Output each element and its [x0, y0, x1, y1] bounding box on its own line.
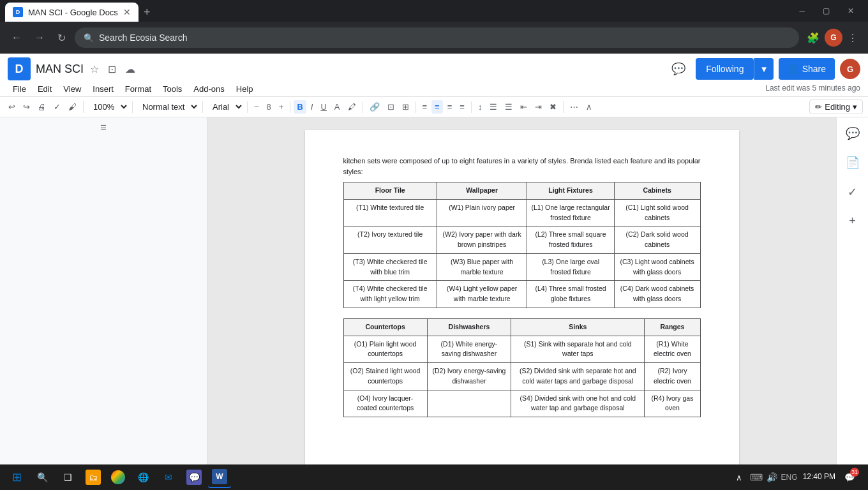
bold-button[interactable]: B [294, 100, 306, 114]
style-select[interactable]: Normal text [136, 100, 199, 114]
taskbar-right: ∧ ⌨ 🔊 ENG 12:40 PM 💬 31 [732, 470, 863, 485]
star-button[interactable]: ☆ [87, 62, 101, 77]
user-avatar[interactable]: G [840, 59, 860, 79]
indent-decrease[interactable]: ⇤ [517, 100, 530, 114]
title-icons: ☆ ⊡ ☁ [87, 62, 138, 77]
share-label: Share [802, 64, 826, 74]
menu-tools[interactable]: Tools [158, 82, 187, 96]
profile-button[interactable]: G [825, 29, 842, 47]
bookmark-button[interactable]: ⊡ [105, 62, 119, 77]
sidebar-docs-button[interactable]: 📄 [842, 152, 864, 174]
more-format-button[interactable]: ⋯ [567, 100, 581, 114]
menu-help[interactable]: Help [231, 82, 258, 96]
link-button[interactable]: 🔗 [366, 100, 383, 114]
table-row: (T3) White checkered tile with blue trim… [343, 253, 700, 281]
back-button[interactable]: ← [8, 29, 26, 46]
share-button[interactable]: 👤 Share [779, 58, 835, 80]
menu-edit[interactable]: Edit [33, 82, 57, 96]
text-color-button[interactable]: A [331, 100, 343, 114]
start-button[interactable]: ⊞ [5, 467, 28, 487]
taskbar-edge-button[interactable]: 🌐 [131, 467, 154, 487]
search-button[interactable]: 🔍 [31, 467, 54, 487]
extensions-button[interactable]: 🧩 [804, 29, 822, 47]
refresh-button[interactable]: ↻ [54, 29, 70, 47]
editing-mode-badge[interactable]: ✏ Editing ▾ [809, 100, 863, 114]
maximize-button[interactable]: ▢ [814, 0, 839, 22]
table-button[interactable]: ⊞ [399, 100, 412, 114]
sidebar-add-button[interactable]: + [845, 211, 860, 232]
intro-paragraph: kitchen sets were composed of up to eigh… [343, 156, 701, 177]
menu-button[interactable]: ⋮ [845, 29, 860, 47]
address-bar[interactable]: 🔍 Search Ecosia Search [75, 27, 799, 48]
redo-button[interactable]: ↪ [20, 100, 33, 114]
table-cell: (L2) Three small square frosted fixtures [527, 226, 614, 254]
menu-insert[interactable]: Insert [87, 82, 119, 96]
active-tab[interactable]: D MAN SCI - Google Docs ✕ [5, 3, 138, 22]
url-text: Search Ecosia Search [99, 33, 790, 43]
taskbar-up-arrow[interactable]: ∧ [732, 470, 746, 485]
forward-button[interactable]: → [31, 29, 49, 46]
font-size-increase[interactable]: + [276, 100, 287, 114]
mail-icon: ✉ [161, 470, 176, 485]
expand-toolbar-button[interactable]: ∧ [583, 100, 595, 114]
paint-format-button[interactable]: 🖌 [65, 100, 80, 114]
taskbar-word-button[interactable]: W [208, 466, 231, 488]
tab-close-button[interactable]: ✕ [123, 7, 131, 17]
font-select[interactable]: Arial [206, 100, 244, 114]
task-view-button[interactable]: ❑ [56, 467, 79, 487]
menu-view[interactable]: View [58, 82, 86, 96]
document-page: kitchen sets were composed of up to eigh… [305, 130, 739, 490]
col-light-fixtures: Light Fixtures [527, 182, 614, 200]
highlight-button[interactable]: 🖍 [345, 100, 359, 114]
menu-file[interactable]: File [8, 82, 31, 96]
search-icon: 🔍 [34, 470, 50, 485]
zoom-select[interactable]: 100% [87, 100, 129, 114]
taskbar-mail-button[interactable]: ✉ [157, 467, 180, 487]
taskbar-chrome-button[interactable] [107, 468, 129, 487]
minimize-button[interactable]: ─ [790, 0, 814, 22]
align-center[interactable]: ≡ [431, 100, 443, 114]
font-size-decrease[interactable]: − [251, 100, 262, 114]
table-cell: (R4) Ivory gas oven [645, 390, 700, 417]
sidebar-check-button[interactable]: ✓ [844, 181, 861, 203]
notification-button[interactable]: 💬 31 [841, 470, 863, 485]
close-button[interactable]: ✕ [839, 0, 863, 22]
notification-count: 31 [850, 468, 859, 477]
comment-history-button[interactable]: 💬 [666, 59, 691, 78]
align-left[interactable]: ≡ [419, 100, 431, 114]
taskbar-system-icons: ∧ ⌨ 🔊 ENG [732, 470, 798, 485]
print-button[interactable]: 🖨 [34, 100, 49, 114]
table-cell: (S2) Divided sink with separate hot and … [511, 363, 645, 390]
underline-button[interactable]: U [317, 100, 329, 114]
menu-addons[interactable]: Add-ons [188, 82, 229, 96]
indent-increase[interactable]: ⇥ [532, 100, 545, 114]
clear-format-button[interactable]: ✖ [546, 100, 560, 114]
col-ranges: Ranges [645, 318, 700, 336]
image-button[interactable]: ⊡ [384, 100, 398, 114]
page-thumbnail: ☰ [100, 124, 107, 132]
menu-format[interactable]: Format [120, 82, 156, 96]
document-title[interactable]: MAN SCI [36, 63, 84, 76]
italic-button[interactable]: I [308, 100, 317, 114]
following-dropdown-button[interactable]: ▼ [754, 58, 773, 80]
undo-button[interactable]: ↩ [5, 100, 19, 114]
doc-scroll-area[interactable]: kitchen sets were composed of up to eigh… [207, 117, 836, 490]
following-button[interactable]: Following [696, 58, 754, 80]
align-right[interactable]: ≡ [444, 100, 456, 114]
taskbar-file-button[interactable]: 🗂 [82, 467, 105, 487]
line-spacing-button[interactable]: ↕ [475, 100, 486, 114]
ordered-list-button[interactable]: ☰ [502, 100, 516, 114]
spellcheck-button[interactable]: ✓ [50, 100, 64, 114]
lock-button[interactable]: ☁ [123, 62, 138, 77]
list-button[interactable]: ☰ [486, 100, 500, 114]
font-size-display[interactable]: 8 [264, 100, 274, 114]
docs-header-right: 💬 Following ▼ 👤 Share G [666, 58, 860, 80]
new-tab-button[interactable]: + [138, 3, 156, 22]
align-justify[interactable]: ≡ [456, 100, 468, 114]
taskbar-teams-button[interactable]: 💬 [183, 467, 206, 487]
table-cell: (C4) Dark wood cabinets with glass doors [614, 281, 700, 308]
tab-favicon: D [13, 7, 23, 17]
docs-logo: D [8, 57, 31, 80]
sidebar-chat-button[interactable]: 💬 [842, 122, 864, 144]
window-controls: ─ ▢ ✕ [790, 0, 863, 22]
